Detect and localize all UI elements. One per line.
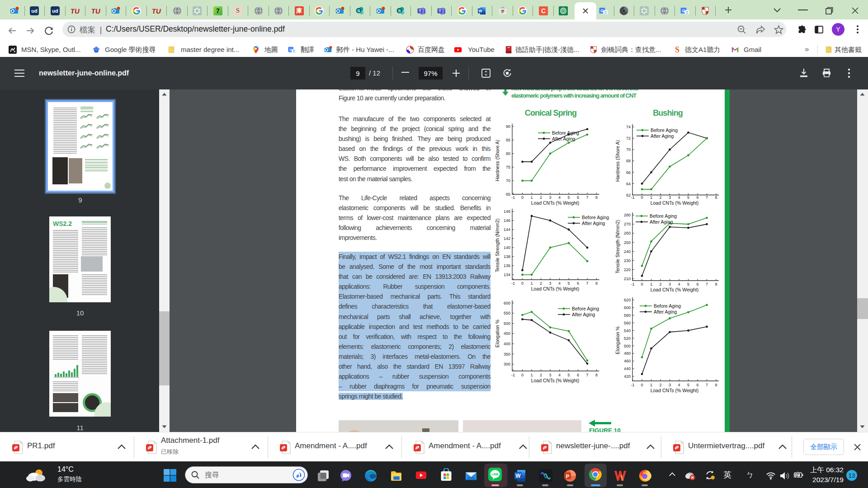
svg-text:2: 2 bbox=[540, 281, 542, 286]
svg-text:7: 7 bbox=[586, 195, 588, 200]
svg-text:0: 0 bbox=[641, 195, 643, 200]
svg-text:260: 260 bbox=[624, 231, 631, 235]
svg-text:-1: -1 bbox=[631, 383, 634, 387]
svg-text:Before Aging: Before Aging bbox=[650, 213, 677, 219]
svg-text:0: 0 bbox=[521, 373, 524, 377]
svg-text:500: 500 bbox=[624, 344, 631, 348]
svg-text:74: 74 bbox=[626, 125, 631, 129]
svg-text:540: 540 bbox=[624, 328, 631, 333]
svg-text:0: 0 bbox=[521, 281, 524, 286]
svg-text:3: 3 bbox=[549, 281, 551, 286]
svg-text:440: 440 bbox=[624, 366, 631, 371]
svg-text:3: 3 bbox=[549, 195, 551, 200]
svg-text:Before Aging: Before Aging bbox=[654, 303, 681, 309]
svg-text:72: 72 bbox=[626, 136, 631, 141]
svg-text:600: 600 bbox=[624, 305, 631, 310]
svg-text:6: 6 bbox=[696, 282, 698, 286]
svg-text:3: 3 bbox=[669, 383, 671, 387]
svg-text:480: 480 bbox=[624, 351, 631, 356]
svg-text:Tensile Strength (N/mm2): Tensile Strength (N/mm2) bbox=[615, 220, 620, 273]
svg-text:600: 600 bbox=[504, 301, 510, 305]
svg-text:146: 146 bbox=[504, 218, 510, 223]
svg-text:After Aging: After Aging bbox=[572, 312, 595, 317]
svg-text:Hardness (Shore A): Hardness (Shore A) bbox=[495, 140, 500, 181]
svg-text:S: S bbox=[357, 8, 360, 13]
svg-text:142: 142 bbox=[504, 236, 510, 241]
svg-text:75: 75 bbox=[506, 165, 510, 169]
svg-text:4: 4 bbox=[558, 195, 561, 200]
svg-text:8: 8 bbox=[715, 383, 717, 387]
svg-text:580: 580 bbox=[624, 313, 631, 318]
svg-text:85: 85 bbox=[506, 138, 510, 142]
svg-text:Elongation %: Elongation % bbox=[615, 326, 620, 354]
svg-text:FIGURE 10: FIGURE 10 bbox=[589, 427, 621, 432]
svg-text:8: 8 bbox=[595, 281, 598, 286]
svg-text:5: 5 bbox=[687, 282, 689, 286]
svg-text:500: 500 bbox=[504, 321, 510, 326]
svg-text:Load CNTs (% Weight): Load CNTs (% Weight) bbox=[651, 388, 699, 393]
svg-text:0: 0 bbox=[641, 282, 643, 286]
svg-text:65: 65 bbox=[506, 192, 510, 197]
svg-text:After Aging: After Aging bbox=[651, 133, 674, 139]
svg-text:-1: -1 bbox=[511, 373, 515, 377]
svg-text:7: 7 bbox=[586, 281, 588, 286]
svg-text:270: 270 bbox=[624, 222, 631, 226]
svg-text:After Aging: After Aging bbox=[552, 136, 576, 141]
svg-text:5: 5 bbox=[567, 373, 570, 377]
svg-text:After Aging: After Aging bbox=[582, 221, 605, 226]
svg-text:520: 520 bbox=[624, 336, 631, 341]
svg-text:5: 5 bbox=[687, 195, 689, 200]
svg-text:6: 6 bbox=[577, 373, 579, 377]
svg-text:Hardness (Shore A): Hardness (Shore A) bbox=[615, 140, 620, 182]
svg-text:1: 1 bbox=[530, 195, 533, 200]
svg-text:210: 210 bbox=[624, 277, 631, 281]
svg-text:136: 136 bbox=[504, 263, 510, 268]
svg-text:7: 7 bbox=[706, 383, 708, 387]
svg-text:-1: -1 bbox=[511, 195, 515, 200]
svg-text:Load CNTs (% Weight): Load CNTs (% Weight) bbox=[651, 287, 699, 292]
svg-text:After Aging: After Aging bbox=[650, 219, 673, 225]
svg-text:4: 4 bbox=[558, 281, 561, 286]
svg-text:4: 4 bbox=[678, 282, 680, 286]
svg-text:5: 5 bbox=[567, 195, 570, 200]
svg-text:8: 8 bbox=[715, 282, 717, 286]
svg-text:-1: -1 bbox=[511, 281, 515, 286]
svg-text:5: 5 bbox=[567, 281, 570, 286]
svg-text:138: 138 bbox=[504, 254, 510, 259]
svg-text:Before Aging: Before Aging bbox=[582, 215, 609, 220]
svg-text:550: 550 bbox=[504, 311, 510, 315]
svg-text:64: 64 bbox=[626, 182, 631, 186]
svg-text:6: 6 bbox=[696, 195, 698, 200]
svg-text:7: 7 bbox=[706, 282, 708, 286]
svg-text:4: 4 bbox=[678, 383, 680, 387]
svg-text:90: 90 bbox=[506, 124, 510, 129]
svg-text:-1: -1 bbox=[631, 282, 634, 286]
svg-text:T: T bbox=[439, 9, 441, 13]
svg-text:P: P bbox=[566, 474, 569, 479]
svg-text:350: 350 bbox=[504, 352, 510, 357]
svg-text:460: 460 bbox=[624, 359, 631, 363]
svg-text:300: 300 bbox=[504, 362, 510, 366]
svg-text:0: 0 bbox=[521, 195, 524, 200]
svg-text:6: 6 bbox=[696, 383, 698, 387]
svg-text:5: 5 bbox=[687, 383, 689, 387]
svg-text:Load CNTs (% Weight): Load CNTs (% Weight) bbox=[531, 378, 580, 383]
svg-text:4: 4 bbox=[678, 195, 680, 200]
svg-text:4: 4 bbox=[558, 373, 561, 377]
svg-text:620: 620 bbox=[624, 298, 631, 302]
svg-text:140: 140 bbox=[504, 245, 510, 250]
svg-text:3: 3 bbox=[669, 195, 671, 200]
svg-text:0: 0 bbox=[641, 383, 643, 387]
svg-text:Load CNTs (% Weight): Load CNTs (% Weight) bbox=[651, 200, 699, 206]
svg-text:220: 220 bbox=[624, 267, 631, 272]
svg-text:70: 70 bbox=[626, 147, 631, 152]
svg-text:560: 560 bbox=[624, 321, 631, 325]
svg-text:W: W bbox=[515, 473, 521, 479]
svg-text:3: 3 bbox=[669, 282, 671, 286]
svg-text:6: 6 bbox=[577, 281, 579, 286]
svg-text:2: 2 bbox=[659, 282, 661, 286]
svg-text:Before Aging: Before Aging bbox=[651, 127, 678, 133]
svg-text:1: 1 bbox=[650, 383, 652, 387]
svg-text:6: 6 bbox=[577, 195, 579, 200]
svg-text:T: T bbox=[419, 9, 421, 13]
